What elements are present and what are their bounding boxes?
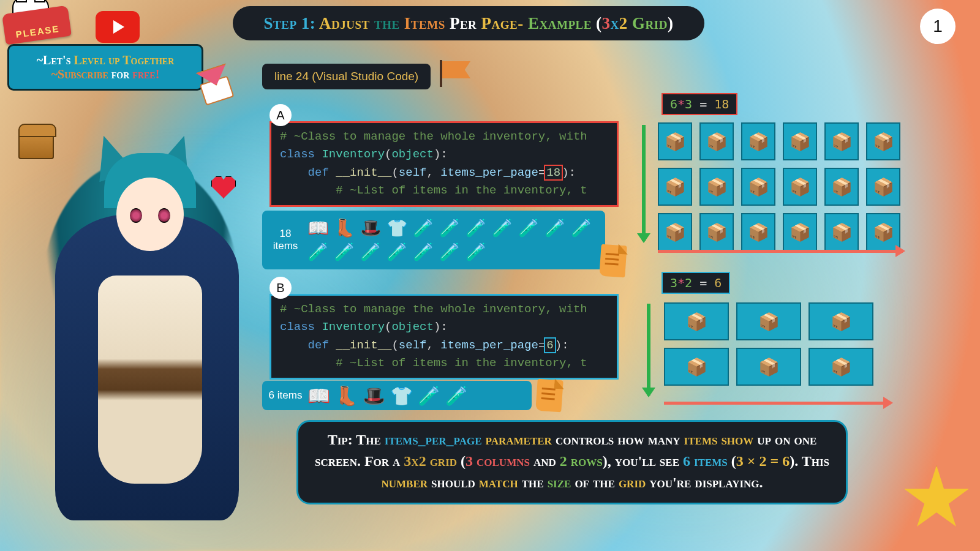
inventory-slot: 📦 bbox=[809, 302, 873, 340]
item-icon: 🧪 bbox=[466, 218, 487, 238]
inventory-slot: 📦 bbox=[736, 302, 801, 340]
inventory-slot: 📦 bbox=[699, 213, 734, 251]
note-icon-2 bbox=[535, 379, 564, 413]
item-icon: 🧪 bbox=[439, 218, 461, 238]
item-icon: 🧪 bbox=[386, 242, 408, 262]
green-arrow-down-a bbox=[642, 125, 646, 241]
subscribe-line2: ~Subscribe for free! bbox=[51, 67, 160, 81]
chest-icon bbox=[18, 132, 54, 159]
item-icon: 🧪 bbox=[439, 242, 461, 262]
inventory-slot: 📦 bbox=[783, 122, 817, 160]
label-b-circle: B bbox=[270, 277, 292, 299]
inventory-slot: 📦 bbox=[783, 168, 817, 206]
grid-b-equation: 3*2 = 6 bbox=[662, 272, 730, 294]
grid-a-equation: 6*3 = 18 bbox=[662, 93, 737, 115]
inventory-slot: 📦 bbox=[824, 122, 859, 160]
inventory-slot: 📦 bbox=[866, 122, 900, 160]
slot-grid-a: 📦📦📦📦📦📦📦📦📦📦📦📦📦📦📦📦📦📦 bbox=[658, 122, 900, 251]
item-icon: 📖 bbox=[307, 385, 330, 407]
inventory-slot: 📦 bbox=[736, 348, 801, 386]
note-icon bbox=[599, 244, 627, 278]
value-a-highlight: 18 bbox=[545, 166, 562, 179]
item-icon: 🧪 bbox=[545, 218, 566, 238]
item-icon: 🧪 bbox=[492, 218, 513, 238]
item-icon: 🎩 bbox=[363, 385, 385, 407]
inventory-slot: 📦 bbox=[809, 348, 873, 386]
item-icon: 🧪 bbox=[518, 218, 540, 238]
red-arrow-right-b bbox=[664, 402, 891, 405]
inventory-slot: 📦 bbox=[699, 168, 734, 206]
item-icon: 🧪 bbox=[445, 385, 468, 407]
item-icon: 🧪 bbox=[334, 242, 355, 262]
strip-b-icons: 📖👢🎩👕🧪🧪 bbox=[307, 385, 526, 407]
item-icon: 👢 bbox=[335, 385, 358, 407]
value-b-highlight: 6 bbox=[545, 339, 554, 352]
label-a-circle: A bbox=[270, 104, 292, 126]
red-arrow-right-a bbox=[658, 250, 903, 253]
tip-box: Tip: The items_per_page parameter contro… bbox=[296, 420, 848, 504]
code-block-b: # ~Class to manage the whole inventory, … bbox=[270, 294, 619, 380]
inventory-slot: 📦 bbox=[741, 213, 775, 251]
item-icon: 🧪 bbox=[413, 242, 434, 262]
item-icon: 🧪 bbox=[418, 385, 440, 407]
step-title: Step 1: Adjust the Items Per Page- Examp… bbox=[233, 6, 704, 40]
page-number: 1 bbox=[920, 9, 956, 44]
inventory-slot: 📦 bbox=[741, 168, 775, 206]
inventory-slot: 📦 bbox=[783, 213, 817, 251]
inventory-slot: 📦 bbox=[824, 168, 859, 206]
subscribe-box[interactable]: ~Let's Level up Together ~Subscribe for … bbox=[7, 44, 203, 91]
inventory-slot: 📦 bbox=[741, 122, 775, 160]
strip-a-label: 18 items bbox=[268, 228, 303, 253]
strip-a-icons: 📖👢🎩👕🧪🧪🧪🧪🧪🧪🧪🧪🧪🧪🧪🧪🧪🧪 bbox=[307, 218, 599, 262]
item-icon: 🎩 bbox=[360, 218, 382, 238]
line-reference: line 24 (Visual Studio Code) bbox=[262, 64, 431, 89]
item-strip-b: 6 items 📖👢🎩👕🧪🧪 bbox=[262, 381, 532, 410]
subscribe-line1: ~Let's Level up Together bbox=[37, 53, 175, 67]
inventory-slot: 📦 bbox=[658, 122, 692, 160]
item-icon: 🧪 bbox=[360, 242, 382, 262]
strip-b-label: 6 items bbox=[268, 389, 303, 402]
inventory-slot: 📦 bbox=[824, 213, 859, 251]
youtube-icon[interactable] bbox=[96, 11, 140, 43]
item-icon: 📖 bbox=[307, 218, 329, 238]
inventory-slot: 📦 bbox=[664, 302, 729, 340]
item-icon: 👢 bbox=[334, 218, 355, 238]
slot-grid-b: 📦📦📦📦📦📦 bbox=[664, 302, 873, 386]
item-icon: 🧪 bbox=[307, 242, 329, 262]
item-icon: 👕 bbox=[386, 218, 408, 238]
code-block-a: # ~Class to manage the whole inventory, … bbox=[270, 121, 619, 207]
inventory-slot: 📦 bbox=[664, 348, 729, 386]
flag-icon bbox=[440, 60, 473, 87]
inventory-slot: 📦 bbox=[658, 213, 692, 251]
item-icon: 🧪 bbox=[466, 242, 487, 262]
inventory-slot: 📦 bbox=[699, 122, 734, 160]
green-arrow-down-b bbox=[647, 304, 650, 395]
inventory-slot: 📦 bbox=[658, 168, 692, 206]
item-icon: 👕 bbox=[390, 385, 413, 407]
item-icon: 🧪 bbox=[571, 218, 592, 238]
inventory-slot: 📦 bbox=[866, 168, 900, 206]
item-strip-a: 18 items 📖👢🎩👕🧪🧪🧪🧪🧪🧪🧪🧪🧪🧪🧪🧪🧪🧪 bbox=[262, 211, 605, 269]
item-icon: 🧪 bbox=[413, 218, 434, 238]
